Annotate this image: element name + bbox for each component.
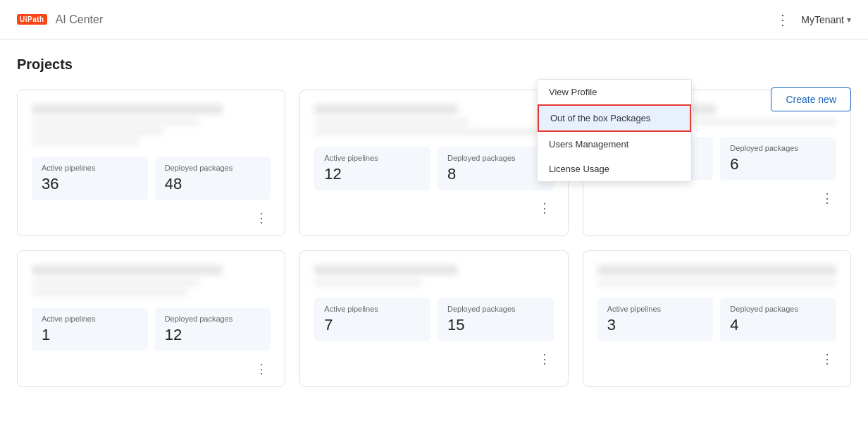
card-6-title [597,265,836,275]
card-4-text [32,265,271,296]
card-4-active-pipelines: Active pipelines 1 [32,307,148,351]
project-card-6: Active pipelines 3 Deployed packages 4 ⋮ [583,250,851,387]
card-3-deployed-value: 6 [730,155,826,173]
logo-icon: UiPath [17,14,47,25]
dropdown-menu: View Profile Out of the box Packages Use… [537,79,692,182]
card-1-menu-icon[interactable]: ⋮ [252,209,271,227]
card-2-menu-icon[interactable]: ⋮ [535,199,554,217]
project-card-5: Active pipelines 7 Deployed packages 15 … [299,250,568,387]
card-6-stats: Active pipelines 3 Deployed packages 4 [597,298,836,341]
card-4-sub2 [32,289,187,296]
card-5-stats: Active pipelines 7 Deployed packages 15 [314,298,553,341]
card-6-deployed-value: 4 [730,316,826,334]
card-4-footer: ⋮ [32,357,271,378]
card-1-active-label: Active pipelines [42,164,138,172]
card-4-title [32,265,223,275]
cards-grid: Active pipelines 36 Deployed packages 48… [17,90,851,387]
card-5-sub1 [314,279,422,286]
card-1-deployed-label: Deployed packages [165,164,261,172]
card-1-text [32,104,271,145]
card-6-deployed-packages: Deployed packages 4 [720,298,836,341]
project-card-4: Active pipelines 1 Deployed packages 12 … [17,250,285,387]
card-4-sub1 [32,279,199,286]
card-1-stats: Active pipelines 36 Deployed packages 48 [32,157,271,200]
more-options-icon[interactable]: ⋮ [776,11,790,28]
card-6-text [597,265,836,286]
card-4-active-label: Active pipelines [42,315,138,323]
chevron-down-icon: ▾ [847,15,851,25]
card-4-stats: Active pipelines 1 Deployed packages 12 [32,307,271,351]
card-1-sub3 [32,138,140,145]
card-5-title [314,265,458,275]
card-5-text [314,265,553,286]
card-2-text [314,104,553,135]
card-1-footer: ⋮ [32,206,271,227]
card-6-active-label: Active pipelines [607,305,704,313]
header: UiPath AI Center ⋮ MyTenant ▾ [0,0,868,39]
card-2-deployed-label: Deployed packages [447,154,544,162]
card-6-active-pipelines: Active pipelines 3 [597,298,714,341]
page-title: Projects [17,56,851,73]
card-5-active-value: 7 [324,316,421,334]
card-1-active-pipelines: Active pipelines 36 [32,157,148,200]
card-2-active-value: 12 [324,165,421,183]
card-4-deployed-packages: Deployed packages 12 [155,307,271,351]
card-6-sub1 [597,279,836,286]
card-6-menu-icon[interactable]: ⋮ [818,350,836,368]
card-1-deployed-value: 48 [165,175,261,193]
card-6-deployed-label: Deployed packages [730,305,826,313]
project-card-1: Active pipelines 36 Deployed packages 48… [17,90,285,236]
card-2-sub2 [314,128,553,135]
card-1-sub2 [32,128,163,135]
card-2-active-label: Active pipelines [324,154,421,162]
card-1-active-value: 36 [42,175,138,193]
card-2-deployed-value: 8 [447,165,544,183]
card-2-title [314,104,458,114]
project-card-2: Active pipelines 12 Deployed packages 8 … [299,90,568,236]
card-5-deployed-packages: Deployed packages 15 [438,298,554,341]
tenant-name: MyTenant [801,14,844,25]
dropdown-view-profile[interactable]: View Profile [538,80,691,104]
card-1-title [32,104,223,114]
header-left: UiPath AI Center [17,13,103,26]
card-5-active-label: Active pipelines [324,305,421,313]
dropdown-out-of-box-packages[interactable]: Out of the box Packages [538,104,691,132]
card-3-deployed-packages: Deployed packages 6 [720,137,836,181]
tenant-selector[interactable]: MyTenant ▾ [801,14,851,25]
card-3-footer: ⋮ [597,186,836,207]
card-6-active-value: 3 [607,316,704,334]
dropdown-users-management[interactable]: Users Management [538,132,691,157]
dropdown-license-usage[interactable]: License Usage [538,157,691,181]
app-name: AI Center [56,13,104,26]
card-5-deployed-value: 15 [447,316,544,334]
main-content: Projects Active pipelines 36 Deployed pa… [0,39,868,404]
card-5-active-pipelines: Active pipelines 7 [314,298,430,341]
card-3-menu-icon[interactable]: ⋮ [818,189,836,207]
card-2-footer: ⋮ [314,196,553,217]
header-right: ⋮ MyTenant ▾ [776,11,851,28]
card-6-footer: ⋮ [597,347,836,368]
card-4-menu-icon[interactable]: ⋮ [252,360,271,378]
card-4-active-value: 1 [42,326,138,344]
card-2-active-pipelines: Active pipelines 12 [314,147,430,190]
card-5-footer: ⋮ [314,347,553,368]
card-5-menu-icon[interactable]: ⋮ [535,350,554,368]
create-new-button[interactable]: Create new [771,87,851,111]
card-1-sub1 [32,118,199,126]
card-3-deployed-label: Deployed packages [730,144,826,152]
card-4-deployed-label: Deployed packages [165,315,261,323]
card-4-deployed-value: 12 [165,326,261,344]
card-2-sub1 [314,118,470,126]
card-2-stats: Active pipelines 12 Deployed packages 8 [314,147,553,190]
card-5-deployed-label: Deployed packages [447,305,544,313]
card-2-deployed-packages: Deployed packages 8 [438,147,554,190]
card-1-deployed-packages: Deployed packages 48 [155,157,271,200]
